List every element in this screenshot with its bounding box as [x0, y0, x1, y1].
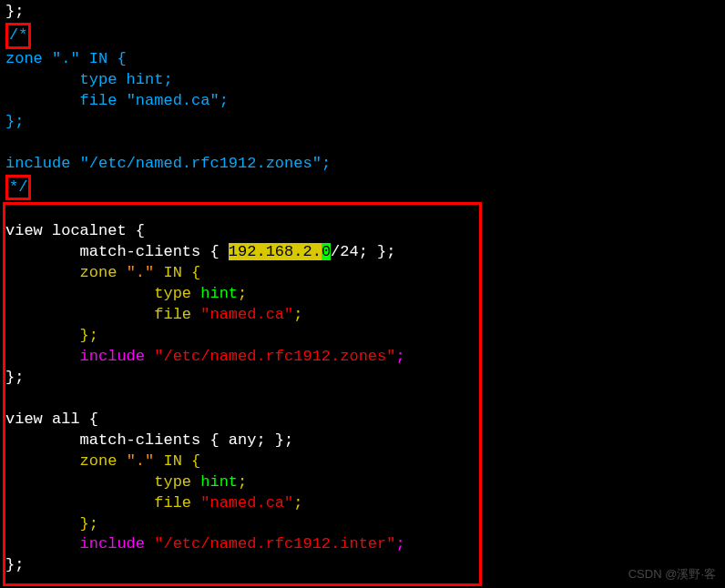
type-kw: type — [5, 473, 200, 491]
view-all-title: view all { — [5, 411, 98, 428]
include-val: "/etc/named.rfc1912.inter" — [154, 535, 395, 553]
match-clients-any: match-clients { any; }; — [5, 431, 293, 449]
type-val: hint — [200, 285, 238, 302]
open-comment: /* — [9, 26, 27, 44]
ip-post: /24; }; — [331, 243, 395, 260]
close-inner: }; — [5, 515, 98, 532]
view-localnet-title: view localnet { — [5, 222, 145, 239]
semi: ; — [293, 494, 302, 512]
ip-highlight: 192.168.2. — [229, 243, 322, 260]
semi: ; — [395, 535, 404, 553]
semi: ; — [238, 285, 247, 302]
file-val: "named.ca" — [200, 306, 293, 323]
semi: ; — [220, 92, 229, 109]
zone-val: "." — [127, 452, 155, 470]
zone-post: IN { — [154, 264, 200, 281]
close-inner: }; — [5, 327, 98, 344]
include-kw: include — [5, 155, 80, 172]
ip-zero: 0 — [322, 243, 331, 260]
semi: ; — [322, 155, 331, 172]
watermark: CSDN @溪野·客 — [628, 566, 716, 583]
type-line: type hint; — [5, 71, 173, 88]
red-box-close-comment: */ — [5, 175, 31, 201]
type-val: hint — [200, 473, 238, 491]
zone-line: zone "." IN { — [5, 50, 127, 67]
semi: ; — [395, 348, 404, 365]
zone-val: "." — [127, 264, 155, 281]
view-close: }; — [5, 369, 24, 386]
red-box-open-comment: /* — [5, 23, 31, 49]
close-brace: }; — [5, 3, 24, 20]
zone-kw: zone — [5, 264, 127, 281]
include-kw: include — [5, 348, 154, 365]
file-kw: file — [5, 306, 200, 323]
semi: ; — [238, 473, 247, 491]
close-brace: }; — [5, 113, 24, 130]
include-val: "/etc/named.rfc1912.zones" — [154, 348, 395, 365]
close-comment: */ — [9, 178, 27, 196]
zone-post: IN { — [154, 452, 200, 470]
file-kw: file — [5, 494, 200, 512]
type-kw: type — [5, 285, 200, 302]
file-kw: file — [5, 92, 127, 109]
include-val: "/etc/named.rfc1912.zones" — [80, 155, 322, 172]
file-val: "named.ca" — [127, 92, 220, 109]
view-close: }; — [5, 556, 24, 573]
match-clients-pre: match-clients { — [5, 243, 229, 260]
file-val: "named.ca" — [200, 494, 293, 512]
zone-kw: zone — [5, 452, 127, 470]
semi: ; — [293, 306, 302, 323]
include-kw: include — [5, 535, 154, 553]
